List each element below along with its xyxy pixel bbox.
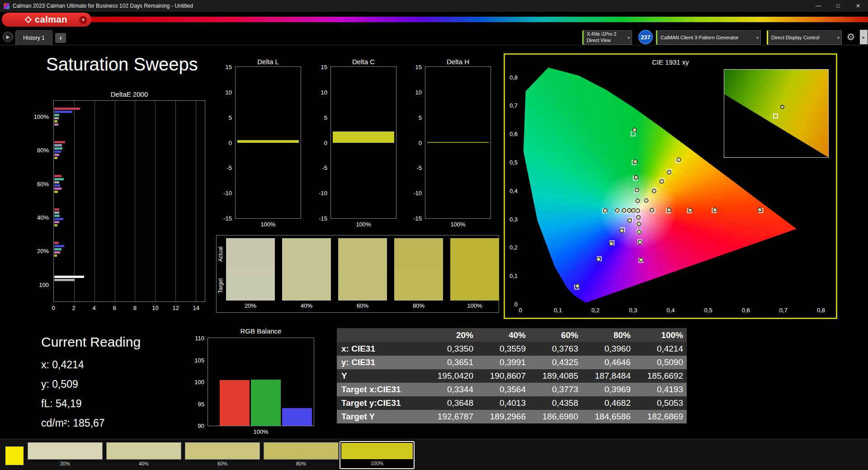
deltae-bar — [54, 248, 61, 250]
pattern-generator-dropdown[interactable]: CalMAN Client 3 Pattern Generator ▾ — [656, 30, 761, 45]
delta-y-tick: -10 — [319, 190, 327, 197]
pattern-generator-label: CalMAN Client 3 Pattern Generator — [660, 34, 753, 41]
meter-count-badge[interactable]: 237 — [638, 30, 653, 44]
cie-measured-point — [627, 209, 631, 212]
cie-x-tick: 0 — [519, 307, 522, 314]
cie-measured-point — [634, 175, 638, 179]
table-row-label: Target Y — [337, 412, 425, 422]
table-cell: 0,4325 — [529, 357, 582, 367]
calman-window: Calman 2023 Calman Ultimate for Business… — [0, 0, 868, 470]
deltae-bar — [54, 215, 60, 217]
swatch-comparison-panel: Actual Target 20%40%60%80%100% — [216, 235, 499, 313]
delta-y-tick: -5 — [226, 164, 232, 171]
cie-y-axis: 00,10,20,30,40,50,60,70,8 — [506, 60, 519, 304]
table-cell: 185,6692 — [634, 371, 687, 381]
table-row: Y195,0420190,8607189,4085187,8484185,669… — [337, 369, 687, 383]
swatch-target — [282, 269, 331, 301]
patch-swatch-20%[interactable]: 20% — [28, 442, 103, 466]
cie-measured-point — [667, 170, 671, 174]
side-panel-handle[interactable]: ▸ — [860, 30, 868, 44]
deltae-x-tick: 14 — [193, 305, 199, 311]
delta-c-x-label: 100% — [330, 221, 396, 228]
swatch-actual — [282, 238, 331, 269]
table-cell: 0,5090 — [634, 357, 687, 367]
deltae-y-tick: 40% — [37, 214, 49, 221]
patch-swatch-60%[interactable]: 60% — [185, 442, 260, 466]
delta-h-y-axis: 151050-5-10-15 — [407, 67, 424, 218]
meter-dropdown[interactable]: X-Rite i1Pro 2 Direct View ▾ — [582, 30, 632, 45]
deltae-bar — [54, 181, 59, 183]
patch-swatch-color — [106, 442, 181, 460]
calman-menu-caret-icon[interactable]: ▾ — [79, 16, 87, 24]
table-row: Target Y192,6787189,2966186,6980184,6586… — [337, 410, 687, 423]
add-tab-button[interactable]: + — [55, 33, 66, 43]
table-cell: 184,6586 — [582, 412, 634, 422]
swatch-level-label: 80% — [394, 302, 443, 309]
delta-h-chart: Delta H 151050-5-10-15 100% — [425, 58, 491, 228]
deltae-bar — [54, 184, 60, 187]
deltae-bar — [54, 114, 59, 116]
gear-icon[interactable]: ⚙ — [844, 31, 857, 43]
table-cell: 0,3991 — [477, 357, 529, 367]
deltae-bar — [54, 276, 84, 278]
cie-y-tick: 0,2 — [509, 244, 518, 251]
patch-swatch-80%[interactable]: 80% — [264, 442, 339, 466]
cie-measured-point — [638, 240, 642, 244]
delta-l-y-axis: 151050-5-10-15 — [217, 67, 234, 218]
minimize-button[interactable]: — — [808, 0, 828, 12]
deltae-x-tick: 2 — [72, 305, 75, 311]
table-cell: 0,3350 — [425, 344, 477, 354]
cie-measured-point — [628, 219, 632, 222]
current-reading-x: x: 0,4214 — [41, 355, 105, 375]
table-cell: 0,5053 — [634, 398, 687, 408]
patch-swatch-color — [341, 443, 413, 459]
cie-x-tick: 0,6 — [742, 307, 750, 314]
delta-y-tick: 5 — [419, 114, 422, 121]
deltae-gridline — [155, 101, 156, 301]
patch-swatch-100%[interactable]: 100% — [340, 441, 415, 469]
delta-y-tick: 10 — [226, 89, 232, 95]
close-button[interactable]: ✕ — [848, 0, 868, 12]
cie-measured-point — [620, 229, 623, 232]
table-cell: 195,0420 — [425, 371, 477, 381]
target-row-label: Target — [217, 271, 225, 301]
window-title: Calman 2023 Calman Ultimate for Business… — [13, 3, 193, 9]
delta-l-x-label: 100% — [235, 221, 301, 228]
cie-measured-point — [635, 188, 638, 192]
cie-measured-point — [639, 258, 643, 262]
cie-measured-point — [576, 284, 579, 288]
deltae-bar — [54, 117, 59, 119]
tab-history-1[interactable]: History 1 — [15, 30, 52, 45]
cie-measured-point — [637, 230, 641, 234]
rgb-balance-title: RGB Balance — [208, 327, 314, 335]
cie-x-tick: 0,4 — [666, 307, 675, 314]
table-cell: 186,6980 — [529, 412, 582, 422]
display-control-dropdown[interactable]: Direct Display Control ▾ — [767, 30, 842, 45]
cie-measured-point — [650, 208, 654, 212]
cie-measured-point — [652, 189, 656, 193]
delta-l-title: Delta L — [235, 58, 301, 66]
rainbow-gradient-strip — [90, 17, 868, 22]
deltae-bar — [54, 157, 57, 159]
cie-inset-measured-point — [780, 105, 784, 109]
delta-y-tick: -15 — [319, 215, 327, 222]
patch-swatch-40%[interactable]: 40% — [106, 442, 181, 466]
delta-y-tick: -10 — [413, 190, 422, 197]
calman-menu-button[interactable]: calman ▾ — [2, 13, 91, 27]
maximize-button[interactable]: □ — [828, 0, 848, 12]
deltae-x-tick: 4 — [93, 305, 96, 311]
table-cell: 0,3969 — [582, 385, 634, 395]
calman-logo-icon — [25, 16, 32, 24]
actual-row-label: Actual — [217, 239, 225, 269]
cie-measured-point — [622, 209, 626, 212]
history-drawer-button[interactable]: ▶ — [3, 32, 13, 42]
delta-y-tick: -5 — [322, 164, 327, 171]
deltae-bar — [54, 141, 65, 143]
deltae-bar — [54, 224, 57, 226]
table-cell: 0,3773 — [529, 385, 582, 395]
table-cell: 0,4358 — [529, 398, 582, 408]
meter-name: X-Rite i1Pro 2 — [587, 31, 624, 38]
table-cell: 0,4193 — [634, 385, 687, 395]
cie-measured-point — [758, 208, 761, 212]
cie-y-tick: 0 — [514, 301, 518, 308]
